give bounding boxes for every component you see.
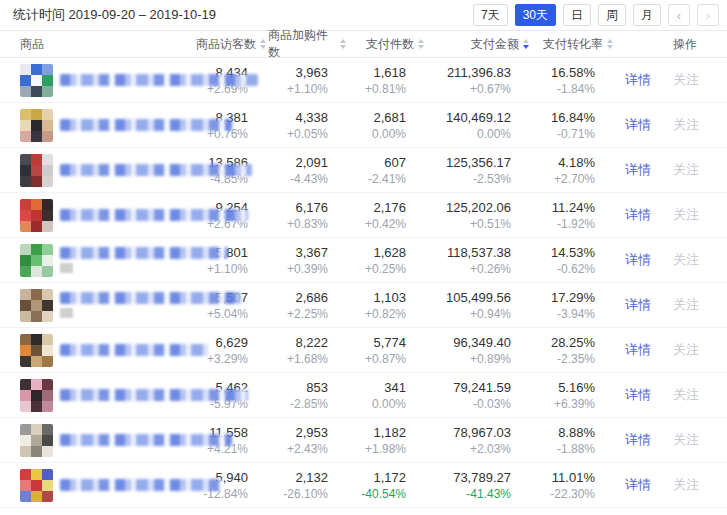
- column-header-amount-label: 支付金额: [471, 36, 519, 53]
- paid-delta: +0.81%: [348, 82, 406, 96]
- conversion-cell: 11.01% -22.30%: [531, 470, 615, 501]
- amount-delta: -2.53%: [426, 172, 511, 186]
- detail-link[interactable]: 详情: [625, 251, 651, 269]
- conversion-value: 5.16%: [531, 380, 595, 395]
- paid-cell: 1,172 -40.54%: [348, 470, 426, 501]
- table-row: 5,462 -5.97% 853 -2.85% 341 0.00% 79,241…: [0, 373, 727, 418]
- product-cell[interactable]: [0, 199, 190, 232]
- detail-link[interactable]: 详情: [625, 341, 651, 359]
- table-row: 11,558 +4.21% 2,953 +2.43% 1,182 +1.98% …: [0, 418, 727, 463]
- product-cell[interactable]: [0, 379, 190, 412]
- column-header-conversion[interactable]: 支付转化率: [531, 36, 615, 53]
- cart-cell: 3,963 +1.10%: [268, 65, 348, 96]
- amount-cell: 140,469.12 0.00%: [426, 110, 531, 141]
- sort-carets-icon: [340, 39, 346, 49]
- follow-link[interactable]: 关注: [673, 251, 699, 269]
- cart-value: 8,222: [268, 335, 328, 350]
- chevron-right-icon: ›: [706, 8, 710, 23]
- range-button-0[interactable]: 7天: [473, 4, 508, 26]
- product-name-redacted: [60, 74, 258, 86]
- cart-cell: 4,338 +0.05%: [268, 110, 348, 141]
- conversion-value: 11.24%: [531, 200, 595, 215]
- amount-delta: 0.00%: [426, 127, 511, 141]
- next-page-button[interactable]: ›: [697, 4, 719, 26]
- follow-link[interactable]: 关注: [673, 431, 699, 449]
- cart-delta: -26.10%: [268, 487, 328, 501]
- cart-value: 853: [268, 380, 328, 395]
- detail-link[interactable]: 详情: [625, 296, 651, 314]
- conversion-delta: -22.30%: [531, 487, 595, 501]
- date-range-controls: 7天30天日周月 ‹ ›: [473, 4, 719, 26]
- amount-value: 96,349.40: [426, 335, 511, 350]
- conversion-delta: -1.84%: [531, 82, 595, 96]
- follow-link[interactable]: 关注: [673, 341, 699, 359]
- cart-cell: 2,953 +2.43%: [268, 425, 348, 456]
- action-cell: 详情 关注: [615, 341, 727, 359]
- amount-delta: +0.26%: [426, 262, 511, 276]
- conversion-delta: +2.70%: [531, 172, 595, 186]
- follow-link[interactable]: 关注: [673, 161, 699, 179]
- paid-delta: +0.42%: [348, 217, 406, 231]
- amount-value: 140,469.12: [426, 110, 511, 125]
- paid-value: 1,103: [348, 290, 406, 305]
- product-name: [60, 479, 222, 491]
- column-header-paid[interactable]: 支付件数: [348, 36, 426, 53]
- amount-value: 105,499.56: [426, 290, 511, 305]
- paid-cell: 2,681 0.00%: [348, 110, 426, 141]
- product-subline-redacted: [60, 308, 73, 318]
- follow-link[interactable]: 关注: [673, 296, 699, 314]
- product-cell[interactable]: [0, 424, 190, 457]
- product-name-redacted: [60, 292, 242, 304]
- stats-toolbar: 统计时间 2019-09-20 – 2019-10-19 7天30天日周月 ‹ …: [0, 0, 727, 31]
- paid-value: 1,182: [348, 425, 406, 440]
- table-row: 8,434 +2.69% 3,963 +1.10% 1,618 +0.81% 2…: [0, 58, 727, 103]
- column-header-cart-label: 商品加购件数: [268, 27, 336, 61]
- cart-cell: 6,176 +0.83%: [268, 200, 348, 231]
- product-cell[interactable]: [0, 334, 190, 367]
- product-cell[interactable]: [0, 469, 190, 502]
- chevron-left-icon: ‹: [677, 8, 681, 23]
- detail-link[interactable]: 详情: [625, 476, 651, 494]
- follow-link[interactable]: 关注: [673, 206, 699, 224]
- range-button-3[interactable]: 周: [598, 4, 626, 26]
- conversion-delta: +6.39%: [531, 397, 595, 411]
- detail-link[interactable]: 详情: [625, 161, 651, 179]
- follow-link[interactable]: 关注: [673, 71, 699, 89]
- column-header-visitors[interactable]: 商品访客数: [190, 36, 268, 53]
- product-cell[interactable]: [0, 289, 190, 322]
- column-header-amount[interactable]: 支付金额: [426, 36, 531, 53]
- cart-value: 2,953: [268, 425, 328, 440]
- paid-delta: -2.41%: [348, 172, 406, 186]
- paid-delta: +1.98%: [348, 442, 406, 456]
- column-header-cart[interactable]: 商品加购件数: [268, 27, 348, 61]
- detail-link[interactable]: 详情: [625, 431, 651, 449]
- product-cell[interactable]: [0, 64, 190, 97]
- cart-delta: +0.05%: [268, 127, 328, 141]
- range-button-1-active[interactable]: 30天: [515, 4, 556, 26]
- range-button-4[interactable]: 月: [633, 4, 661, 26]
- conversion-delta: -0.62%: [531, 262, 595, 276]
- product-cell[interactable]: [0, 244, 190, 277]
- follow-link[interactable]: 关注: [673, 476, 699, 494]
- product-cell[interactable]: [0, 109, 190, 142]
- follow-link[interactable]: 关注: [673, 116, 699, 134]
- detail-link[interactable]: 详情: [625, 386, 651, 404]
- prev-page-button[interactable]: ‹: [668, 4, 690, 26]
- detail-link[interactable]: 详情: [625, 116, 651, 134]
- cart-delta: +2.43%: [268, 442, 328, 456]
- product-name-redacted: [60, 389, 248, 401]
- conversion-cell: 28.25% -2.35%: [531, 335, 615, 366]
- range-button-2[interactable]: 日: [563, 4, 591, 26]
- cart-delta: +0.83%: [268, 217, 328, 231]
- product-name: [60, 164, 252, 176]
- column-header-action: 操作: [615, 36, 727, 53]
- follow-link[interactable]: 关注: [673, 386, 699, 404]
- cart-cell: 2,686 +2.25%: [268, 290, 348, 321]
- detail-link[interactable]: 详情: [625, 71, 651, 89]
- action-cell: 详情 关注: [615, 206, 727, 224]
- detail-link[interactable]: 详情: [625, 206, 651, 224]
- conversion-cell: 16.58% -1.84%: [531, 65, 615, 96]
- product-cell[interactable]: [0, 154, 190, 187]
- cart-cell: 853 -2.85%: [268, 380, 348, 411]
- product-thumbnail: [20, 379, 53, 412]
